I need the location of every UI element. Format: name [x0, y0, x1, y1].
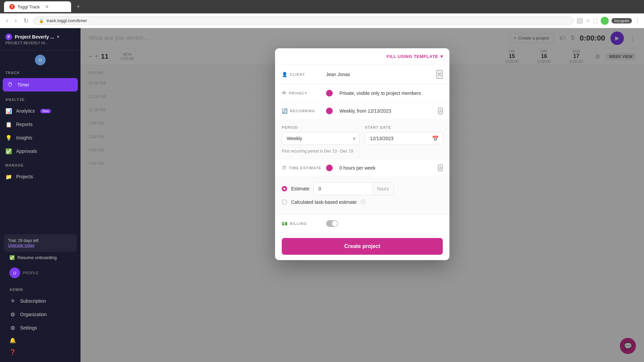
close-client-button[interactable]: ✕ — [436, 70, 443, 79]
sidebar-item-settings[interactable]: ⚙ Settings — [4, 321, 76, 335]
client-icon: 👤 — [282, 72, 288, 77]
period-row: PERIOD Weekly Daily Monthly — [282, 125, 443, 145]
time-estimate-label: ⏱ TIME ESTIMATE — [282, 165, 322, 171]
estimate-input[interactable] — [314, 183, 372, 195]
browser-tab[interactable]: T Toggl Track ✕ — [4, 1, 71, 12]
ext-icon[interactable]: ⬚ — [593, 17, 598, 24]
time-estimate-expand: Estimate hours Calculated task-based est… — [275, 177, 449, 215]
admin-section-label: ADMIN — [4, 282, 76, 294]
create-project-button[interactable]: Create project — [282, 238, 443, 255]
upgrade-link[interactable]: Upgrade today — [8, 243, 72, 248]
sidebar-item-insights[interactable]: 💡 Insights — [0, 131, 80, 144]
bookmark-icon[interactable]: ☆ — [586, 17, 590, 24]
client-section: 👤 CLIENT Jean Jonas ✕ — [275, 65, 449, 84]
client-row: 👤 CLIENT Jean Jonas ✕ — [282, 70, 443, 79]
estimate-input-wrap: hours — [313, 182, 394, 195]
privacy-value: Private, visible only to project members — [339, 90, 421, 96]
resume-icon: ✅ — [9, 255, 15, 260]
sidebar: P Project Beverly ... ▾ PROJECT BEVERLY … — [0, 28, 80, 362]
sidebar-bottom: Trial: 29 days left Upgrade today ✅ Resu… — [0, 230, 80, 362]
incognito-badge: Incognito — [611, 18, 632, 23]
modal-overlay[interactable]: FILL USING TEMPLATE ▾ 👤 CLIENT Jean Jona… — [80, 28, 644, 362]
time-estimate-value: 0 hours per week — [339, 165, 434, 171]
privacy-label: 👁 PRIVACY — [282, 90, 322, 96]
analytics-new-badge: New — [40, 109, 51, 113]
tab-close-icon[interactable]: ✕ — [45, 4, 49, 9]
recurring-collapse-button[interactable]: ∧ — [438, 108, 443, 114]
time-estimate-section: ⏱ TIME ESTIMATE 0 hours per week ∧ — [275, 159, 449, 177]
reports-icon: 📋 — [5, 121, 12, 128]
profile-area[interactable]: U PROFILE — [4, 263, 76, 282]
menu-icon[interactable]: ⋮ — [635, 17, 640, 24]
analytics-icon: 📊 — [5, 108, 12, 114]
fill-template-button[interactable]: FILL USING TEMPLATE ▾ — [386, 54, 443, 59]
manage-section-label: MANAGE — [0, 158, 80, 170]
address-bar[interactable]: 🔒 track.toggl.com/timer — [33, 16, 574, 25]
sidebar-item-organization[interactable]: ⚙ Organization — [4, 308, 76, 321]
billing-section: 💵 BILLING — [275, 215, 449, 233]
sidebar-header[interactable]: P Project Beverly ... ▾ PROJECT BEVERLY … — [0, 28, 80, 51]
hours-label: hours — [372, 183, 393, 195]
trial-box: Trial: 29 days left Upgrade today — [4, 234, 76, 252]
start-date-label: START DATE — [365, 125, 443, 129]
client-label: 👤 CLIENT — [282, 72, 322, 77]
sidebar-item-timer[interactable]: ⏱ Timer — [3, 78, 78, 92]
time-estimate-icon: ⏱ — [282, 165, 287, 171]
privacy-icon: 👁 — [282, 90, 287, 96]
client-value: Jean Jonas — [326, 72, 432, 77]
sidebar-item-analytics[interactable]: 📊 Analytics New — [0, 104, 80, 118]
start-date-group: START DATE 📅 — [365, 125, 443, 145]
subscription-icon: ≡ — [9, 298, 16, 304]
tab-title: Toggl Track — [17, 4, 40, 9]
recurring-toggle[interactable] — [326, 108, 333, 114]
nav-bar: ‹ › ↻ 🔒 track.toggl.com/timer ⬜ ☆ ⬚ Inco… — [0, 13, 644, 28]
sidebar-item-approvals[interactable]: ✅ Approvals — [0, 144, 80, 158]
projects-icon: 📁 — [5, 173, 12, 180]
browser-chrome: T Toggl Track ✕ + — [0, 0, 644, 13]
forward-button[interactable]: › — [13, 16, 19, 25]
help-icon[interactable]: ❓ — [4, 346, 76, 358]
period-select[interactable]: Weekly Daily Monthly — [282, 132, 360, 145]
time-estimate-toggle[interactable] — [326, 165, 333, 171]
url-text: track.toggl.com/timer — [47, 18, 87, 23]
privacy-toggle[interactable] — [326, 90, 333, 97]
time-estimate-row: ⏱ TIME ESTIMATE 0 hours per week ∧ — [282, 165, 443, 171]
recurring-label: 🔄 RECURRING — [282, 108, 322, 114]
recurring-hint-text: First recurring period is Dec 13 - Dec 1… — [282, 149, 443, 154]
resume-onboarding-btn[interactable]: ✅ Resume onboarding — [4, 252, 76, 263]
modal: FILL USING TEMPLATE ▾ 👤 CLIENT Jean Jona… — [275, 48, 449, 260]
recurring-row: 🔄 RECURRING Weekly, from 12/13/2023 ∧ — [282, 108, 443, 114]
calculated-estimate-row: Calculated task-based estimate ⓘ — [282, 199, 443, 205]
billing-toggle[interactable] — [326, 220, 338, 227]
estimate-label: Estimate — [291, 186, 309, 191]
info-icon[interactable]: ⓘ — [361, 199, 365, 205]
workspace-icon: P — [5, 34, 12, 40]
recurring-icon: 🔄 — [282, 108, 288, 114]
tab-favicon: T — [9, 4, 15, 9]
refresh-button[interactable]: ↻ — [21, 16, 31, 26]
recurring-expand: PERIOD Weekly Daily Monthly — [275, 120, 449, 159]
modal-header: FILL USING TEMPLATE ▾ — [275, 48, 449, 65]
recurring-value: Weekly, from 12/13/2023 — [339, 108, 434, 114]
cast-icon[interactable]: ⬜ — [576, 17, 583, 24]
trial-text: Trial: 29 days left — [8, 238, 72, 243]
timer-icon: ⏱ — [7, 81, 13, 88]
settings-icon: ⚙ — [9, 324, 16, 331]
sidebar-item-subscription[interactable]: ≡ Subscription — [4, 294, 76, 308]
date-input-wrapper: 📅 — [365, 132, 443, 145]
period-group: PERIOD Weekly Daily Monthly — [282, 125, 360, 145]
modal-body: 👤 CLIENT Jean Jonas ✕ 👁 PRIVACY — [275, 65, 449, 233]
new-tab-button[interactable]: + — [74, 2, 83, 12]
estimate-radio[interactable] — [282, 186, 287, 191]
privacy-section: 👁 PRIVACY Private, visible only to proje… — [275, 84, 449, 102]
profile-icon[interactable] — [601, 17, 609, 25]
time-estimate-collapse-button[interactable]: ∧ — [438, 165, 443, 171]
sidebar-item-projects[interactable]: 📁 Projects — [0, 170, 80, 183]
start-date-input[interactable] — [365, 132, 443, 145]
notification-bell[interactable]: 🔔 — [4, 335, 76, 346]
insights-icon: 💡 — [5, 134, 12, 141]
billing-icon: 💵 — [282, 221, 288, 226]
sidebar-item-reports[interactable]: 📋 Reports — [0, 118, 80, 131]
back-button[interactable]: ‹ — [4, 16, 10, 25]
calculated-radio[interactable] — [282, 199, 287, 205]
